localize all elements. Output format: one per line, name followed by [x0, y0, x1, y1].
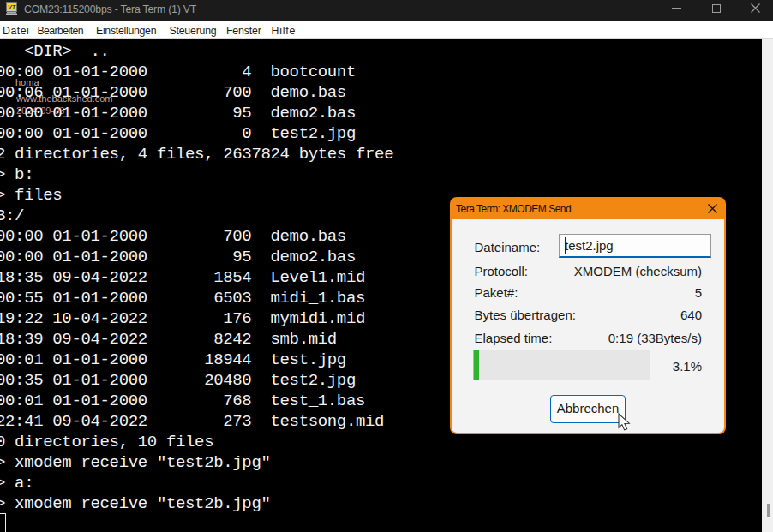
svg-text:VT: VT	[8, 4, 16, 10]
